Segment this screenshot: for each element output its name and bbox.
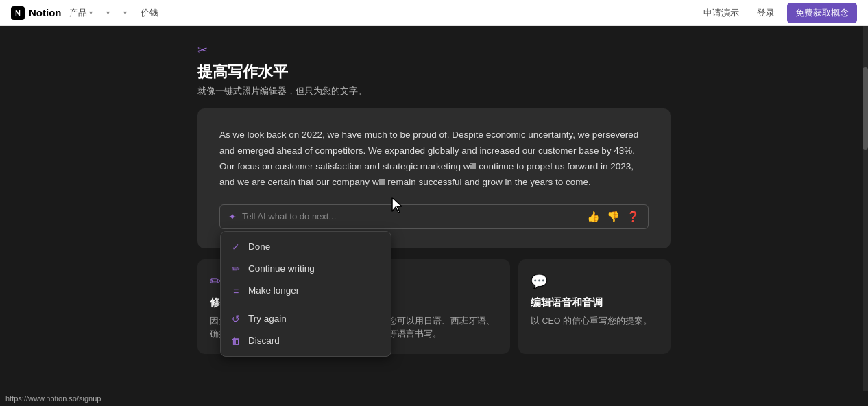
card-icon-tone: 💬 (531, 273, 658, 289)
trash-icon: 🗑 (230, 335, 241, 346)
editor-card: As we look back on 2022, we have much to… (197, 108, 671, 248)
lines-icon: ≡ (230, 285, 241, 296)
main-content: ✂ 提高写作水平 就像一键式照片编辑器，但只为您的文字。 As we look … (0, 26, 868, 406)
scrollbar-thumb[interactable] (863, 67, 868, 150)
menu-item-longer[interactable]: ≡ Make longer (221, 280, 391, 302)
chevron-down-icon: ▾ (89, 9, 93, 16)
ai-star-icon: ✦ (228, 211, 237, 222)
ai-bar-left: ✦ Tell AI what to do next... (228, 211, 336, 222)
thumbs-up-icon[interactable]: 👍 (587, 211, 600, 223)
card-desc-tone: 以 CEO 的信心重写您的提案。 (531, 315, 658, 328)
nav-item-price[interactable]: 价钱 (135, 4, 164, 22)
notion-logo-icon: N (11, 6, 25, 20)
menu-item-done-label: Done (248, 241, 270, 252)
ai-dropdown-menu: ✓ Done ✏ Continue writing ≡ Make longer … (220, 231, 391, 357)
status-url: https://www.notion.so/signup (5, 394, 101, 403)
menu-item-longer-label: Make longer (248, 285, 299, 296)
status-bar: https://www.notion.so/signup (0, 391, 868, 406)
nav-item-product-label: 产品 (69, 7, 87, 19)
bottom-card-tone: 💬 编辑语音和音调 以 CEO 的信心重写您的提案。 (518, 259, 671, 354)
menu-item-discard[interactable]: 🗑 Discard (221, 330, 391, 352)
menu-item-try-again-label: Try again (248, 313, 287, 324)
nav-item-product[interactable]: 产品 ▾ (64, 4, 98, 22)
navbar: N Notion 产品 ▾ ▾ ▾ 价钱 申请演示 登录 免费获取概念 (0, 0, 868, 26)
navbar-right: 申请演示 登录 免费获取概念 (698, 3, 857, 23)
nav-item-2[interactable]: ▾ (101, 6, 115, 19)
login-button[interactable]: 登录 (751, 4, 780, 22)
ai-bar-right: 👍 👎 ❓ (587, 211, 640, 223)
free-button[interactable]: 免费获取概念 (787, 3, 857, 23)
chevron-down-icon-3: ▾ (123, 9, 127, 16)
section-subtitle: 就像一键式照片编辑器，但只为您的文字。 (197, 85, 671, 97)
pen-icon: ✏ (230, 263, 241, 274)
scrollbar-track[interactable] (863, 26, 868, 406)
ai-bar-placeholder: Tell AI what to do next... (242, 211, 336, 222)
menu-item-continue[interactable]: ✏ Continue writing (221, 258, 391, 280)
navbar-left: N Notion 产品 ▾ ▾ ▾ 价钱 (11, 4, 164, 22)
menu-item-try-again[interactable]: ↺ Try again (221, 308, 391, 330)
nav-item-3[interactable]: ▾ (118, 6, 132, 19)
editor-text: As we look back on 2022, we have much to… (219, 128, 649, 191)
retry-icon: ↺ (230, 313, 241, 324)
thumbs-down-icon[interactable]: 👎 (607, 211, 620, 223)
notion-logo-text: Notion (29, 7, 61, 19)
section-icon: ✂ (197, 43, 671, 58)
card-title-tone: 编辑语音和音调 (531, 296, 658, 309)
menu-item-continue-label: Continue writing (248, 263, 315, 274)
top-section: ✂ 提高写作水平 就像一键式照片编辑器，但只为您的文字。 As we look … (197, 26, 671, 248)
ai-bar[interactable]: ✦ Tell AI what to do next... 👍 👎 ❓ ✓ Don… (219, 204, 649, 229)
notion-logo[interactable]: N Notion (11, 6, 61, 20)
menu-divider (221, 304, 391, 305)
menu-item-done[interactable]: ✓ Done (221, 236, 391, 258)
menu-item-discard-label: Discard (248, 335, 280, 346)
chevron-down-icon-2: ▾ (106, 9, 110, 16)
demo-button[interactable]: 申请演示 (698, 4, 745, 22)
help-icon[interactable]: ❓ (627, 211, 640, 223)
section-title: 提高写作水平 (197, 62, 671, 82)
nav-item-price-label: 价钱 (141, 7, 158, 19)
checkmark-icon: ✓ (230, 241, 241, 252)
